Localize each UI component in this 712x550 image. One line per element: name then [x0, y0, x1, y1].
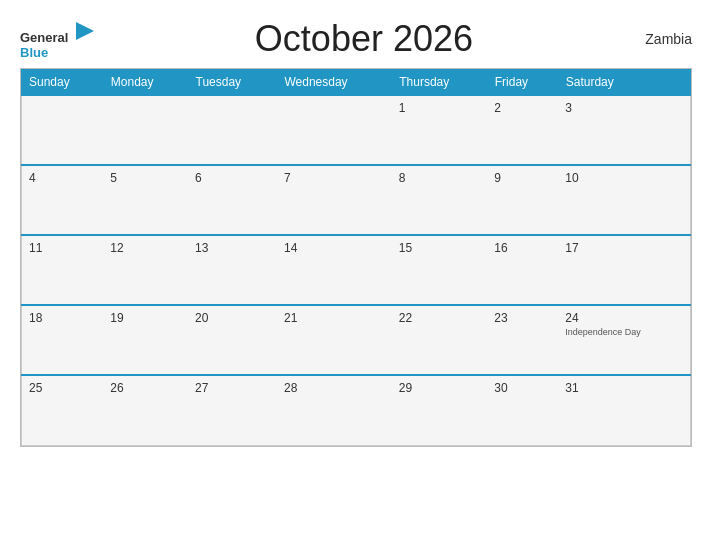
calendar-cell [277, 95, 392, 165]
calendar-cell: 24Independence Day [558, 305, 690, 375]
logo: General Blue [20, 20, 96, 59]
calendar-cell: 26 [103, 375, 188, 445]
day-number: 22 [399, 311, 480, 325]
day-number: 12 [110, 241, 181, 255]
country-label: Zambia [632, 31, 692, 47]
calendar-cell: 2 [487, 95, 558, 165]
day-number: 17 [565, 241, 683, 255]
day-number: 9 [494, 171, 551, 185]
header-friday: Friday [487, 70, 558, 96]
calendar-cell: 22 [392, 305, 487, 375]
calendar-cell: 31 [558, 375, 690, 445]
calendar-cell: 27 [188, 375, 277, 445]
calendar-cell: 6 [188, 165, 277, 235]
calendar-cell: 3 [558, 95, 690, 165]
day-number: 3 [565, 101, 683, 115]
calendar-cell: 15 [392, 235, 487, 305]
calendar-cell: 8 [392, 165, 487, 235]
day-number: 8 [399, 171, 480, 185]
day-number: 1 [399, 101, 480, 115]
calendar-cell: 18 [22, 305, 104, 375]
weekday-header-row: Sunday Monday Tuesday Wednesday Thursday… [22, 70, 691, 96]
header-sunday: Sunday [22, 70, 104, 96]
day-number: 7 [284, 171, 385, 185]
calendar-page: General Blue October 2026 Zambia Sunday … [0, 0, 712, 550]
day-number: 20 [195, 311, 270, 325]
calendar-cell: 9 [487, 165, 558, 235]
calendar-week-row: 11121314151617 [22, 235, 691, 305]
calendar-cell: 1 [392, 95, 487, 165]
day-number: 31 [565, 381, 683, 395]
header-wednesday: Wednesday [277, 70, 392, 96]
header-monday: Monday [103, 70, 188, 96]
day-number: 14 [284, 241, 385, 255]
calendar-week-row: 25262728293031 [22, 375, 691, 445]
day-number: 6 [195, 171, 270, 185]
calendar-cell: 12 [103, 235, 188, 305]
calendar-week-row: 123 [22, 95, 691, 165]
calendar-header: General Blue October 2026 Zambia [20, 18, 692, 60]
calendar-cell [188, 95, 277, 165]
calendar-cell: 30 [487, 375, 558, 445]
calendar-cell: 10 [558, 165, 690, 235]
calendar-cell: 20 [188, 305, 277, 375]
calendar-cell: 17 [558, 235, 690, 305]
calendar-cell: 23 [487, 305, 558, 375]
calendar-cell: 11 [22, 235, 104, 305]
calendar-cell: 16 [487, 235, 558, 305]
calendar-cell: 25 [22, 375, 104, 445]
calendar-title: October 2026 [96, 18, 632, 60]
calendar-cell: 21 [277, 305, 392, 375]
calendar-week-row: 18192021222324Independence Day [22, 305, 691, 375]
calendar-cell: 5 [103, 165, 188, 235]
day-number: 16 [494, 241, 551, 255]
logo-text: General [20, 20, 96, 46]
calendar-cell: 13 [188, 235, 277, 305]
calendar-table-wrapper: Sunday Monday Tuesday Wednesday Thursday… [20, 68, 692, 447]
day-number: 27 [195, 381, 270, 395]
calendar-cell: 4 [22, 165, 104, 235]
day-number: 18 [29, 311, 96, 325]
event-label: Independence Day [565, 327, 683, 337]
day-number: 30 [494, 381, 551, 395]
header-tuesday: Tuesday [188, 70, 277, 96]
day-number: 2 [494, 101, 551, 115]
day-number: 28 [284, 381, 385, 395]
calendar-cell: 29 [392, 375, 487, 445]
calendar-table: Sunday Monday Tuesday Wednesday Thursday… [21, 69, 691, 446]
day-number: 13 [195, 241, 270, 255]
day-number: 24 [565, 311, 683, 325]
day-number: 29 [399, 381, 480, 395]
day-number: 23 [494, 311, 551, 325]
calendar-cell: 28 [277, 375, 392, 445]
calendar-cell: 19 [103, 305, 188, 375]
logo-general: General [20, 30, 68, 45]
day-number: 25 [29, 381, 96, 395]
day-number: 4 [29, 171, 96, 185]
day-number: 11 [29, 241, 96, 255]
header-saturday: Saturday [558, 70, 690, 96]
day-number: 19 [110, 311, 181, 325]
day-number: 21 [284, 311, 385, 325]
svg-marker-0 [76, 22, 94, 40]
calendar-cell: 7 [277, 165, 392, 235]
day-number: 5 [110, 171, 181, 185]
logo-blue: Blue [20, 46, 48, 59]
day-number: 15 [399, 241, 480, 255]
day-number: 10 [565, 171, 683, 185]
calendar-cell: 14 [277, 235, 392, 305]
header-thursday: Thursday [392, 70, 487, 96]
day-number: 26 [110, 381, 181, 395]
calendar-week-row: 45678910 [22, 165, 691, 235]
calendar-cell [22, 95, 104, 165]
calendar-cell [103, 95, 188, 165]
logo-flag-icon [74, 20, 96, 42]
